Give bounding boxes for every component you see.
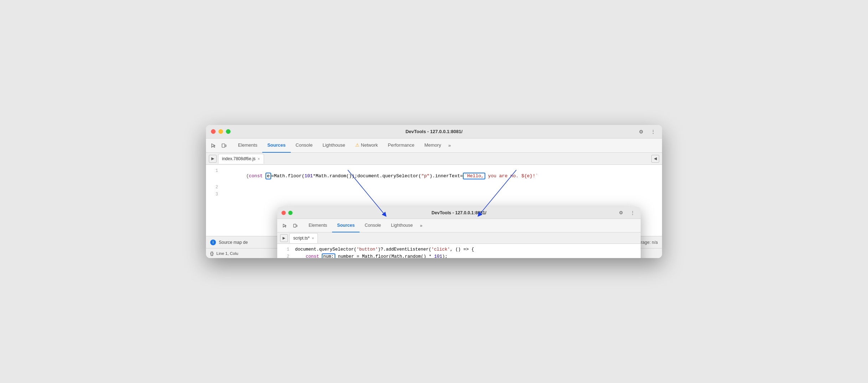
svg-rect-0: [222, 144, 225, 147]
svg-rect-3: [296, 225, 298, 226]
inner-code-line-2: 2 const num: number = Math.floor(Math.ra…: [277, 254, 641, 258]
code-line-3: 3: [206, 192, 662, 199]
inner-traffic-lights: [281, 211, 293, 215]
inner-file-name: script.ts*: [293, 236, 310, 241]
inner-close-button[interactable]: [281, 211, 286, 215]
outer-devtools-window: DevTools - 127.0.0.1:8081/ ⚙ ⋮ Elements: [206, 125, 662, 258]
inner-code-line-1: 1 document.querySelector('button')?.addE…: [277, 247, 641, 254]
maximize-button[interactable]: [226, 129, 231, 134]
gear-icon[interactable]: ⚙: [636, 127, 646, 136]
outer-traffic-lights: [211, 129, 231, 134]
outer-file-tab[interactable]: index.7808df6e.js ×: [218, 154, 264, 164]
inner-more-options-icon[interactable]: ⋮: [628, 208, 637, 217]
code-line-2: 2: [206, 184, 662, 192]
tab-memory[interactable]: Memory: [419, 138, 446, 153]
tab-lighthouse[interactable]: Lighthouse: [317, 138, 350, 153]
inner-inspect-icon[interactable]: [280, 221, 289, 230]
inner-file-close[interactable]: ×: [312, 236, 314, 240]
tab-elements[interactable]: Elements: [233, 138, 262, 153]
svg-rect-1: [225, 145, 226, 147]
warning-icon: ⚠: [355, 142, 360, 148]
tab-performance[interactable]: Performance: [383, 138, 419, 153]
inner-tab-console[interactable]: Console: [360, 219, 386, 232]
inner-tab-sources[interactable]: Sources: [332, 219, 360, 232]
close-button[interactable]: [211, 129, 216, 134]
inner-devtools-window: DevTools - 127.0.0.1:8081/ ⚙ ⋮: [277, 207, 641, 258]
inner-tab-bar: Elements Sources Console Lighthouse »: [277, 219, 641, 232]
tab-console[interactable]: Console: [291, 138, 318, 153]
outer-title-bar: DevTools - 127.0.0.1:8081/ ⚙ ⋮: [206, 125, 662, 138]
tab-sources[interactable]: Sources: [262, 138, 290, 153]
inner-device-icon[interactable]: [291, 221, 300, 230]
inner-tab-elements[interactable]: Elements: [304, 219, 332, 232]
code-line-1: 1 {const e=Math.floor(101*Math.random())…: [206, 168, 662, 184]
inner-maximize-button[interactable]: [288, 211, 293, 215]
window-title: DevTools - 127.0.0.1:8081/: [405, 129, 463, 134]
outer-file-close[interactable]: ×: [258, 157, 260, 161]
inner-sidebar-toggle-icon[interactable]: ▶: [280, 234, 288, 242]
info-icon: i: [210, 240, 216, 245]
inner-more-tabs-button[interactable]: »: [418, 223, 425, 228]
device-icon[interactable]: [219, 141, 229, 150]
pretty-print-icon[interactable]: {}: [210, 251, 213, 256]
outer-file-tab-bar: ▶ index.7808df6e.js × ◀: [206, 153, 662, 165]
minimize-button[interactable]: [218, 129, 223, 134]
inner-window-title: DevTools - 127.0.0.1:8081/: [432, 210, 486, 215]
inner-file-tab[interactable]: script.ts* ×: [289, 233, 318, 243]
outer-tab-bar: Elements Sources Console Lighthouse ⚠ Ne…: [206, 138, 662, 153]
svg-rect-2: [294, 224, 296, 227]
inner-title-bar: DevTools - 127.0.0.1:8081/ ⚙ ⋮: [277, 207, 641, 219]
inner-gear-icon[interactable]: ⚙: [616, 208, 626, 217]
inner-code-area: 1 document.querySelector('button')?.addE…: [277, 244, 641, 258]
sidebar-toggle-icon[interactable]: ▶: [209, 155, 217, 163]
inspect-icon[interactable]: [209, 141, 218, 150]
collapse-panel-icon[interactable]: ◀: [651, 155, 659, 163]
inner-tab-lighthouse[interactable]: Lighthouse: [386, 219, 418, 232]
inner-file-tab-bar: ▶ script.ts* ×: [277, 232, 641, 244]
outer-position: Line 1, Colu: [216, 251, 238, 256]
devtools-nav-icons: [209, 141, 229, 150]
more-options-icon[interactable]: ⋮: [649, 127, 658, 136]
source-map-text: Source map de: [219, 240, 248, 245]
outer-file-name: index.7808df6e.js: [222, 156, 255, 161]
more-tabs-button[interactable]: »: [446, 143, 453, 148]
tab-network[interactable]: ⚠ Network: [350, 138, 383, 153]
